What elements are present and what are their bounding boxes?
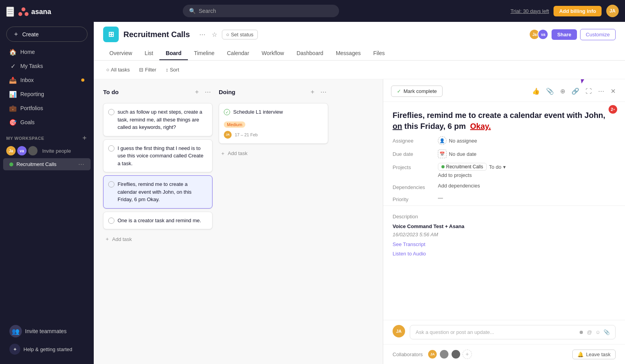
task-card[interactable]: Schedule L1 interview Medium JA 17 – 21 …	[219, 103, 328, 144]
mark-complete-label: Mark complete	[404, 88, 437, 94]
sidebar-item-portfolios-label: Portfolios	[20, 105, 43, 111]
task-avatar: JA	[224, 131, 232, 139]
project-more-icon[interactable]: ⋯	[78, 161, 84, 168]
tab-messages[interactable]: Messages	[330, 47, 367, 60]
assignee-value[interactable]: 👤 No assignee	[438, 136, 616, 145]
task-check-icon[interactable]	[108, 109, 114, 115]
close-panel-icon[interactable]: ✕	[609, 86, 617, 96]
search-bar[interactable]: 🔍	[183, 5, 339, 17]
description-content: Voice Command Test + Asana 16/02/2023 5:…	[393, 223, 616, 258]
emoji-icon[interactable]: ☺	[595, 329, 600, 335]
trial-text[interactable]: Trial: 30 days left	[511, 8, 549, 14]
project-header: ⊞ Recruitment Calls ⋯ ☆ ○ Set status Ja …	[94, 22, 625, 61]
tab-board[interactable]: Board	[159, 47, 188, 60]
subtask-icon[interactable]: ⊕	[559, 86, 567, 96]
topbar: 🔍 Trial: 30 days left Add billing info J…	[94, 0, 625, 22]
help-button[interactable]: ✦ Help & getting started	[6, 341, 88, 358]
expand-icon[interactable]: ⛶	[584, 86, 593, 96]
task-detail-header: ✓ Mark complete 👍 📎 ⊕ 🔗 ⛶ ⋯ ✕	[383, 79, 625, 102]
sidebar-item-recruitment-calls[interactable]: Recruitment Calls ⋯	[3, 158, 91, 170]
column-more-icon[interactable]: ⋯	[203, 87, 212, 97]
workspace-avatars: Ja va Invite people	[0, 144, 94, 158]
thumbs-up-icon[interactable]: 👍	[530, 86, 541, 96]
add-column-task-icon[interactable]: ＋	[192, 87, 202, 97]
priority-value[interactable]: —	[438, 195, 616, 201]
search-icon: 🔍	[189, 8, 196, 14]
project-status-dropdown[interactable]: To do ▾	[489, 164, 506, 170]
header-right: Ja va Share Customize	[529, 29, 616, 40]
project-icon: ⊞	[103, 27, 119, 42]
task-check-icon[interactable]	[108, 218, 114, 224]
mention-icon[interactable]: @	[587, 329, 592, 335]
tab-files[interactable]: Files	[367, 47, 391, 60]
listen-to-audio-link[interactable]: Listen to Audio	[393, 250, 616, 258]
add-dependencies-link[interactable]: Add dependencies	[438, 183, 480, 189]
task-card-active[interactable]: Fireflies, remind me to create a calenda…	[103, 175, 212, 209]
set-status-button[interactable]: ○ Set status	[222, 30, 258, 39]
sidebar-item-goals[interactable]: 🎯 Goals	[3, 116, 91, 129]
filter-icon: ⊟	[139, 67, 143, 73]
add-column-task-icon[interactable]: ＋	[308, 87, 317, 97]
add-task-button-todo[interactable]: ＋ Add task	[103, 232, 212, 246]
all-tasks-button[interactable]: ○ All tasks	[103, 65, 133, 74]
task-text: Schedule L1 interview	[233, 108, 283, 116]
tab-calendar[interactable]: Calendar	[221, 47, 255, 60]
task-card-header: I guess the first thing that I need is t…	[108, 145, 207, 168]
add-task-plus-icon: ＋	[105, 236, 110, 243]
search-input[interactable]	[199, 8, 333, 14]
dependencies-value[interactable]: Add dependencies	[438, 183, 616, 189]
link-icon[interactable]: 🔗	[570, 86, 581, 96]
project-title-actions: ⋯ ☆ ○ Set status	[198, 29, 258, 40]
sidebar-item-portfolios[interactable]: 💼 Portfolios	[3, 102, 91, 115]
add-collaborator-icon[interactable]: ＋	[462, 350, 472, 359]
invite-teammates-button[interactable]: 👥 Invite teammates	[6, 322, 88, 341]
leave-task-button[interactable]: 🔔 Leave task	[572, 350, 616, 359]
tab-overview[interactable]: Overview	[103, 47, 138, 60]
mark-complete-button[interactable]: ✓ Mark complete	[391, 86, 443, 97]
task-card[interactable]: I guess the first thing that I need is t…	[103, 139, 212, 173]
desc-italic-text: 16/02/2023 5:56 AM	[393, 232, 438, 237]
customize-button[interactable]: Customize	[580, 29, 616, 40]
due-date-value[interactable]: 📅 No due date	[438, 150, 616, 158]
add-billing-button[interactable]: Add billing info	[554, 6, 602, 16]
tab-list[interactable]: List	[138, 47, 159, 60]
comment-input-box[interactable]: Ask a question or post an update... ⏺ @ …	[410, 325, 616, 339]
circle-icon: ○	[226, 32, 229, 37]
task-card[interactable]: One is a creator task and remind me.	[103, 212, 212, 230]
tab-workflow[interactable]: Workflow	[255, 47, 290, 60]
filter-button[interactable]: ⊟ Filter	[136, 65, 159, 74]
invite-people-link[interactable]: Invite people	[42, 148, 71, 154]
hamburger-icon[interactable]: ☰	[6, 7, 14, 17]
star-icon[interactable]: ☆	[210, 29, 219, 40]
title-okay-bold-red: Okay.	[470, 122, 491, 130]
record-icon[interactable]: ⏺	[579, 329, 584, 335]
project-tag-name: Recruitment Calls	[446, 164, 483, 170]
task-check-icon[interactable]	[108, 181, 114, 187]
priority-field: Priority —	[393, 195, 616, 202]
see-transcript-link[interactable]: See Transcript	[393, 241, 616, 249]
task-check-icon[interactable]	[108, 145, 114, 152]
attach-icon[interactable]: 📎	[604, 329, 610, 335]
share-button[interactable]: Share	[552, 29, 577, 40]
add-task-button-doing[interactable]: ＋ Add task	[219, 147, 328, 160]
project-tag[interactable]: Recruitment Calls	[438, 163, 487, 171]
sidebar-item-inbox[interactable]: 📥 Inbox	[3, 73, 91, 87]
create-button[interactable]: ＋ Create	[6, 27, 88, 42]
column-more-icon[interactable]: ⋯	[319, 87, 328, 97]
sidebar-item-home[interactable]: 🏠 Home	[3, 45, 91, 59]
sidebar-item-my-tasks[interactable]: ✓ My Tasks	[3, 59, 91, 73]
project-name-label: Recruitment Calls	[16, 161, 75, 167]
column-doing: Doing ＋ ⋯ Schedule L1 interview Medium	[219, 86, 328, 358]
add-to-projects-link[interactable]: Add to projects	[438, 172, 472, 178]
sort-button[interactable]: ↕ Sort	[162, 65, 182, 74]
tab-dashboard[interactable]: Dashboard	[290, 47, 330, 60]
user-avatar[interactable]: JA	[606, 5, 619, 17]
show-options-icon[interactable]: ⋯	[198, 29, 207, 40]
more-options-icon[interactable]: ⋯	[596, 86, 606, 96]
tab-timeline[interactable]: Timeline	[188, 47, 221, 60]
task-card[interactable]: such as follow up next steps, create a t…	[103, 103, 212, 136]
task-check-done-icon[interactable]	[224, 109, 230, 115]
sidebar-item-reporting[interactable]: 📊 Reporting	[3, 87, 91, 101]
add-workspace-icon[interactable]: ＋	[81, 134, 88, 142]
attachment-icon[interactable]: 📎	[545, 86, 555, 96]
